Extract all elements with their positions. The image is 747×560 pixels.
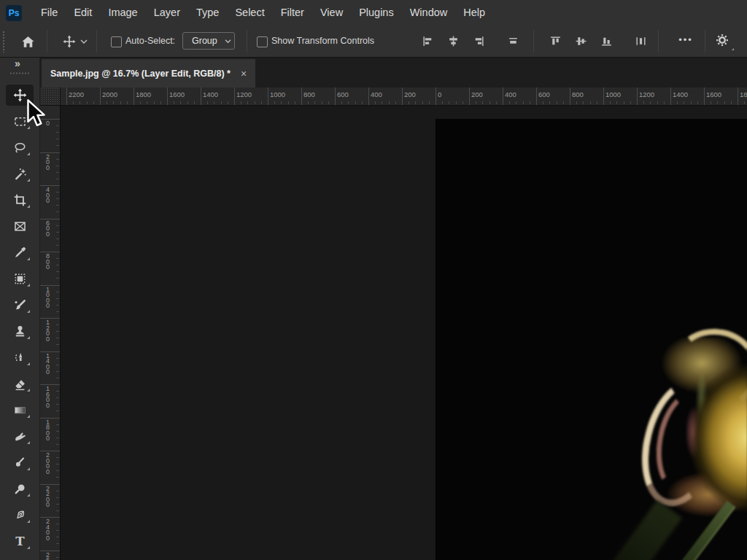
- ruler-major-tick: [335, 88, 336, 105]
- ruler-minor-tick: [56, 159, 59, 160]
- ruler-major-tick: [40, 517, 60, 518]
- ruler-minor-tick: [56, 477, 59, 478]
- ruler-minor-tick: [496, 101, 497, 104]
- ruler-minor-tick: [56, 365, 59, 365]
- tab-close-icon[interactable]: ×: [241, 68, 247, 79]
- ruler-minor-tick: [56, 537, 59, 537]
- menu-window[interactable]: Window: [402, 0, 456, 26]
- align-horizontal-centers-button[interactable]: [446, 34, 460, 48]
- document-image[interactable]: [436, 119, 747, 560]
- move-tool-preset-button[interactable]: [61, 34, 77, 50]
- toolbar-grip[interactable]: [9, 72, 29, 74]
- auto-select-target-dropdown[interactable]: Group: [182, 32, 235, 50]
- ruler-minor-tick: [724, 101, 725, 104]
- gradient-tool[interactable]: [0, 397, 40, 424]
- spot-healing-brush-tool[interactable]: [0, 266, 40, 292]
- home-button[interactable]: [20, 34, 36, 50]
- type-tool[interactable]: T: [0, 529, 40, 555]
- menu-type[interactable]: Type: [188, 0, 227, 26]
- path-selection-tool[interactable]: [0, 555, 40, 560]
- ruler-minor-tick: [56, 324, 59, 325]
- ruler-minor-tick: [56, 198, 59, 199]
- menu-help[interactable]: Help: [455, 0, 493, 26]
- clone-stamp-tool[interactable]: [0, 319, 40, 345]
- ruler-minor-tick: [214, 101, 214, 104]
- brush-tool[interactable]: [0, 292, 40, 319]
- align-right-edges-icon: [473, 35, 485, 47]
- menu-image[interactable]: Image: [100, 0, 145, 26]
- menu-edit[interactable]: Edit: [66, 0, 100, 26]
- ruler-minor-tick: [56, 397, 59, 398]
- ruler-minor-tick: [610, 101, 611, 104]
- show-transform-controls-checkbox[interactable]: [257, 36, 268, 47]
- align-right-edges-button[interactable]: [471, 34, 486, 48]
- align-top-edges-button[interactable]: [548, 34, 562, 48]
- ruler-tick-label: 400: [371, 90, 382, 98]
- ruler-minor-tick: [616, 101, 617, 104]
- ruler-minor-tick: [744, 101, 745, 104]
- svg-text:T: T: [15, 534, 25, 548]
- horizontal-ruler[interactable]: 2200200018001600140012001000800600400200…: [61, 88, 747, 106]
- ruler-minor-tick: [120, 101, 121, 104]
- ruler-minor-tick: [523, 101, 524, 104]
- ruler-major-tick: [268, 88, 268, 105]
- ruler-minor-tick: [56, 232, 59, 233]
- auto-select-checkbox[interactable]: [111, 36, 122, 47]
- distribute-vertically-button[interactable]: [633, 34, 648, 48]
- crop-tool[interactable]: [0, 187, 40, 214]
- menu-file[interactable]: File: [33, 0, 66, 26]
- ruler-minor-tick: [322, 101, 322, 104]
- lasso-tool[interactable]: [0, 135, 40, 161]
- document-tab-title: Sample.jpg @ 16.7% (Layer Edit, RGB/8) *: [50, 69, 231, 79]
- gear-icon: [715, 33, 729, 47]
- toolbar-collapse-button[interactable]: »: [15, 58, 20, 69]
- menu-layer[interactable]: Layer: [146, 0, 188, 26]
- more-options-button[interactable]: •••: [671, 26, 700, 57]
- dodge-tool[interactable]: [0, 450, 40, 476]
- pen-tool[interactable]: [0, 502, 40, 529]
- align-left-edges-button[interactable]: [420, 34, 435, 48]
- menu-filter[interactable]: Filter: [273, 0, 312, 26]
- ruler-major-tick: [40, 484, 60, 485]
- document-tab[interactable]: Sample.jpg @ 16.7% (Layer Edit, RGB/8) *…: [42, 59, 255, 88]
- auto-select-target-value: Group: [192, 36, 217, 46]
- ruler-tick-label: 2 0 0: [46, 155, 56, 171]
- ruler-minor-tick: [56, 457, 59, 458]
- options-bar-grip[interactable]: [2, 31, 5, 52]
- menu-view[interactable]: View: [312, 0, 351, 26]
- ruler-minor-tick: [281, 101, 282, 104]
- ruler-major-tick: [603, 88, 604, 105]
- ruler-minor-tick: [56, 192, 59, 192]
- ruler-minor-tick: [717, 101, 718, 104]
- align-bottom-edges-button[interactable]: [599, 34, 614, 48]
- ruler-tick-label: 1400: [673, 90, 688, 98]
- tool-preset-dropdown[interactable]: [79, 34, 89, 50]
- photoshop-logo-icon[interactable]: Ps: [6, 5, 22, 21]
- ruler-tick-label: 1 8 0 0: [46, 420, 56, 442]
- ruler-minor-tick: [80, 101, 80, 104]
- align-vertical-centers-button[interactable]: [573, 34, 588, 48]
- smudge-tool[interactable]: [0, 424, 40, 450]
- vertical-ruler[interactable]: 02 0 04 0 06 0 08 0 01 0 0 01 2 0 01 4 0…: [40, 106, 61, 560]
- tool-bar: »: [0, 57, 40, 560]
- ruler-tick-label: 600: [337, 90, 349, 98]
- history-brush-tool[interactable]: [0, 345, 40, 371]
- eyedropper-tool[interactable]: [0, 240, 40, 266]
- distribute-horizontally-button[interactable]: [506, 34, 520, 48]
- ruler-minor-tick: [489, 101, 490, 104]
- frame-tool[interactable]: [0, 214, 40, 240]
- burn-tool[interactable]: [0, 476, 40, 502]
- menu-select[interactable]: Select: [227, 0, 272, 26]
- menu-plugins[interactable]: Plugins: [351, 0, 402, 26]
- ruler-tick-label: 2 4 0 0: [46, 519, 56, 541]
- ruler-tick-label: 1000: [605, 90, 621, 98]
- object-selection-tool[interactable]: [0, 161, 40, 187]
- ruler-minor-tick: [56, 271, 59, 272]
- ruler-major-tick: [100, 88, 101, 105]
- ruler-minor-tick: [127, 101, 128, 104]
- eraser-tool[interactable]: [0, 371, 40, 397]
- ruler-minor-tick: [56, 470, 59, 471]
- tool-settings-button[interactable]: [715, 33, 735, 50]
- align-bottom-edges-icon: [600, 35, 613, 47]
- ruler-major-tick: [40, 384, 60, 385]
